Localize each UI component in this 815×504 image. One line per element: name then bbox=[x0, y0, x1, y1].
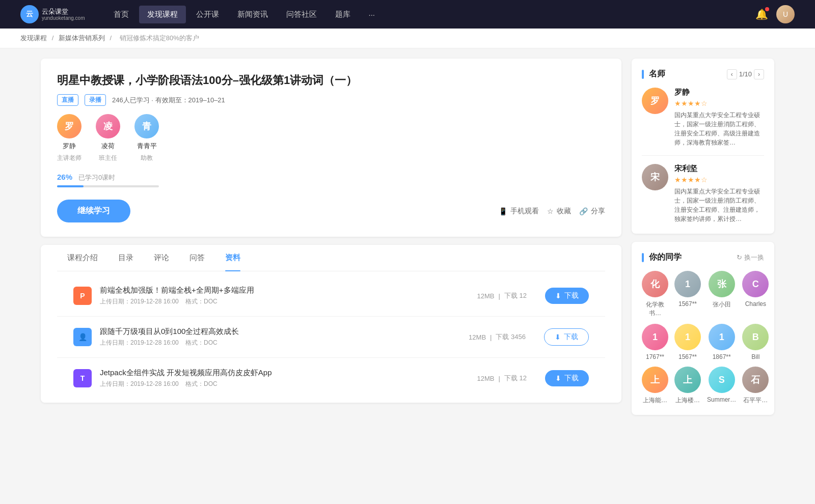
course-actions: 继续学习 📱 手机观看 ☆ 收藏 🔗 分享 bbox=[57, 200, 605, 222]
logo-name: 云朵课堂 bbox=[42, 8, 85, 16]
classmate-4-avatar: C bbox=[742, 271, 769, 297]
tab-review[interactable]: 评论 bbox=[144, 245, 179, 271]
file-item-1: P 前端全栈加强版！前端全栈+全周期+多端应用 上传日期：2019-12-28 … bbox=[57, 275, 605, 317]
breadcrumb-link-2[interactable]: 新媒体营销系列 bbox=[59, 34, 105, 42]
file-date-3: 上传日期：2019-12-28 16:00 bbox=[100, 380, 179, 387]
teacher-2: 凌 凌荷 班主任 bbox=[96, 114, 120, 162]
favorite-button[interactable]: ☆ 收藏 bbox=[547, 207, 571, 216]
user-avatar-image: U bbox=[776, 5, 795, 23]
file-meta-1: 上传日期：2019-12-28 16:00 格式：DOC bbox=[100, 297, 469, 306]
file-info-3: Jetpack全组件实战 开发短视频应用高仿皮皮虾App 上传日期：2019-1… bbox=[100, 368, 469, 388]
classmate-6-avatar: 1 bbox=[674, 324, 701, 350]
sidebar-teacher-2-desc: 国内某重点大学安全工程专业硕士，国家一级注册消防工程师、注册安全工程师、注册建造… bbox=[674, 187, 764, 223]
mobile-icon: 📱 bbox=[499, 207, 507, 215]
file-date-1: 上传日期：2019-12-28 16:00 bbox=[100, 298, 179, 305]
classmate-2[interactable]: 1 1567** bbox=[674, 271, 701, 318]
share-icon: 🔗 bbox=[579, 207, 588, 215]
nav-news[interactable]: 新闻资讯 bbox=[229, 6, 276, 23]
refresh-button[interactable]: ↻ 换一换 bbox=[737, 253, 764, 262]
classmate-4[interactable]: C Charles bbox=[742, 271, 769, 318]
classmates-card: 你的同学 ↻ 换一换 化 化学教书… 1 1567** 张 张小田 bbox=[632, 242, 774, 415]
nav-courses[interactable]: 发现课程 bbox=[139, 6, 186, 23]
tab-catalog[interactable]: 目录 bbox=[108, 245, 144, 271]
classmate-11-avatar: S bbox=[709, 367, 735, 393]
file-info-2: 跟随千万级项目从0到100全过程高效成长 上传日期：2019-12-28 16:… bbox=[100, 327, 460, 347]
tabs-row: 课程介绍 目录 评论 问答 资料 bbox=[57, 245, 605, 271]
user-avatar-nav[interactable]: U bbox=[776, 5, 795, 23]
teacher-nav-prev[interactable]: ‹ bbox=[727, 69, 737, 79]
file-icon-1: P bbox=[73, 287, 92, 305]
file-downloads-2: 下载 3456 bbox=[496, 332, 526, 342]
download-icon-2: ⬇ bbox=[555, 333, 561, 341]
tab-qa[interactable]: 问答 bbox=[179, 245, 215, 271]
progress-percent: 26% bbox=[57, 173, 72, 181]
classmate-11-name: Summer… bbox=[707, 396, 736, 403]
classmate-3[interactable]: 张 张小田 bbox=[707, 271, 736, 318]
download-button-1[interactable]: ⬇ 下载 bbox=[545, 288, 589, 304]
sidebar-teacher-2-name: 宋利坚 bbox=[674, 164, 764, 174]
classmate-7-avatar: 1 bbox=[709, 324, 735, 350]
classmate-7-name: 1867** bbox=[713, 353, 731, 360]
right-panel: 名师 ‹ 1/10 › 罗 罗静 ★★★★☆ 国内某重点大学安全工程专业硕士， bbox=[632, 59, 774, 415]
tab-intro[interactable]: 课程介绍 bbox=[57, 245, 108, 271]
file-format-1: 格式：DOC bbox=[185, 298, 218, 305]
classmate-6[interactable]: 1 1567** bbox=[674, 324, 701, 360]
course-header-card: 明星中教授课，小学阶段语法100分–强化级第1讲动词（一） 直播 录播 246人… bbox=[41, 59, 621, 237]
progress-sub: 已学习0课时 bbox=[78, 174, 115, 181]
teacher-2-role: 班主任 bbox=[99, 154, 117, 162]
download-button-3[interactable]: ⬇ 下载 bbox=[545, 370, 589, 386]
sidebar-teacher-1: 罗 罗静 ★★★★☆ 国内某重点大学安全工程专业硕士，国家一级注册消防工程师、注… bbox=[642, 88, 764, 156]
classmate-9-name: 上海能… bbox=[643, 396, 667, 405]
classmate-12[interactable]: 石 石平平… bbox=[742, 367, 769, 405]
classmate-4-name: Charles bbox=[745, 300, 766, 307]
logo[interactable]: 云 云朵课堂 yunduoketang.com bbox=[20, 5, 85, 23]
course-title: 明星中教授课，小学阶段语法100分–强化级第1讲动词（一） bbox=[57, 73, 605, 88]
file-downloads-1: 下载 12 bbox=[504, 291, 527, 300]
classmate-6-name: 1567** bbox=[678, 353, 697, 360]
classmate-2-avatar: 1 bbox=[674, 271, 701, 297]
breadcrumb-link-1[interactable]: 发现课程 bbox=[20, 34, 47, 42]
sidebar-teacher-2-avatar: 宋 bbox=[642, 164, 668, 190]
classmate-7[interactable]: 1 1867** bbox=[707, 324, 736, 360]
classmate-9[interactable]: 上 上海能… bbox=[642, 367, 668, 405]
teacher-card-nav: ‹ 1/10 › bbox=[727, 69, 764, 79]
continue-button[interactable]: 继续学习 bbox=[57, 200, 130, 222]
share-label: 分享 bbox=[591, 207, 605, 216]
classmate-8-name: Bill bbox=[751, 353, 759, 360]
classmates-grid: 化 化学教书… 1 1567** 张 张小田 C Charles 1 176 bbox=[642, 271, 764, 405]
teacher-nav-next[interactable]: › bbox=[754, 69, 764, 79]
share-button[interactable]: 🔗 分享 bbox=[579, 207, 605, 216]
teacher-2-name: 凌荷 bbox=[101, 142, 115, 151]
refresh-icon: ↻ bbox=[737, 254, 742, 261]
classmate-10[interactable]: 上 上海楼… bbox=[674, 367, 701, 405]
classmate-5-name: 1767** bbox=[646, 353, 664, 360]
nav-qa[interactable]: 问答社区 bbox=[278, 6, 325, 23]
nav-exercise[interactable]: 题库 bbox=[327, 6, 359, 23]
download-button-2[interactable]: ⬇ 下载 bbox=[544, 328, 589, 346]
mobile-label: 手机观看 bbox=[510, 207, 539, 216]
teacher-1: 罗 罗静 主讲老师 bbox=[57, 114, 82, 162]
classmate-10-avatar: 上 bbox=[674, 367, 701, 393]
tab-materials[interactable]: 资料 bbox=[215, 245, 251, 271]
classmate-5[interactable]: 1 1767** bbox=[642, 324, 668, 360]
sidebar-teacher-1-desc: 国内某重点大学安全工程专业硕士，国家一级注册消防工程师、注册安全工程师、高级注册… bbox=[674, 110, 764, 147]
file-item-3: T Jetpack全组件实战 开发短视频应用高仿皮皮虾App 上传日期：2019… bbox=[57, 358, 605, 399]
bell-icon[interactable]: 🔔 bbox=[755, 8, 768, 20]
classmate-1[interactable]: 化 化学教书… bbox=[642, 271, 668, 318]
classmate-11[interactable]: S Summer… bbox=[707, 367, 736, 405]
progress-bar-fill bbox=[57, 185, 84, 187]
mobile-view-button[interactable]: 📱 手机观看 bbox=[499, 207, 539, 216]
sidebar-teacher-2: 宋 宋利坚 ★★★★☆ 国内某重点大学安全工程专业硕士，国家一级注册消防工程师、… bbox=[642, 164, 764, 223]
course-meta: 直播 录播 246人已学习 · 有效期至：2019–10–21 bbox=[57, 94, 605, 106]
classmate-10-name: 上海楼… bbox=[675, 396, 700, 405]
sidebar-teacher-1-name: 罗静 bbox=[674, 88, 764, 97]
progress-section: 26% 已学习0课时 bbox=[57, 173, 605, 187]
classmate-8[interactable]: B Bill bbox=[742, 324, 769, 360]
logo-icon: 云 bbox=[20, 5, 39, 23]
nav-home[interactable]: 首页 bbox=[105, 6, 137, 23]
nav-more[interactable]: ··· bbox=[361, 6, 384, 23]
file-stats-1: 12MB | 下载 12 bbox=[477, 291, 527, 300]
nav-open[interactable]: 公开课 bbox=[188, 6, 227, 23]
classmate-3-name: 张小田 bbox=[713, 300, 731, 309]
sidebar-teacher-1-avatar: 罗 bbox=[642, 88, 668, 114]
